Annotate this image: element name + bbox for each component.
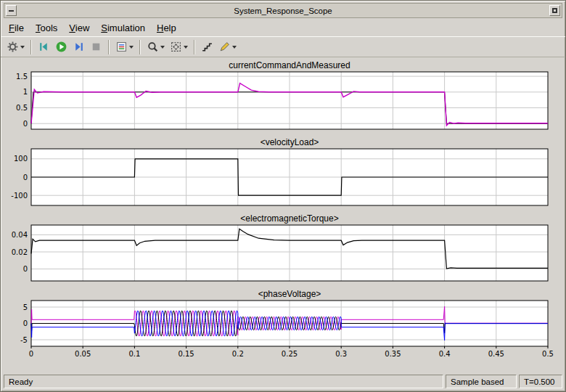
plot-panel: currentCommandAndMeasured 00.511.5 <velo… (1, 57, 565, 373)
toolbar-separator (30, 40, 32, 54)
menu-view[interactable]: View (63, 20, 95, 36)
status-sim-time: T=0.500 (519, 375, 562, 388)
svg-text:-5: -5 (20, 336, 28, 344)
svg-text:0.04: 0.04 (12, 231, 28, 239)
svg-text:0.02: 0.02 (12, 248, 28, 256)
step-back-icon (38, 41, 50, 53)
svg-text:0.3: 0.3 (335, 350, 347, 358)
svg-text:0: 0 (23, 120, 28, 128)
zoom-icon (147, 41, 159, 53)
menu-tools[interactable]: Tools (30, 20, 63, 36)
chart-title-current: currentCommandAndMeasured (31, 60, 548, 71)
stairs-signal-icon (201, 41, 213, 53)
svg-text:5: 5 (23, 303, 28, 311)
window-menu-button[interactable] (6, 5, 17, 16)
chevron-down-icon (129, 46, 134, 49)
chevron-down-icon (232, 46, 237, 49)
svg-text:1.5: 1.5 (16, 73, 28, 81)
zoom-button[interactable] (144, 38, 167, 55)
svg-text:0: 0 (23, 319, 28, 327)
chart-current-plot: 00.511.5 (7, 71, 549, 130)
window-title: System_Response_Scope (18, 7, 548, 15)
chart-torque-block: <electromagneticTorque> 00.020.04 (7, 213, 559, 282)
chevron-down-icon (184, 46, 188, 49)
chart-velocity-block: <velocityLoad> -1000100 (7, 137, 559, 206)
menu-help[interactable]: Help (151, 20, 182, 36)
toolbar-separator (108, 40, 110, 54)
toolbar-separator (139, 40, 141, 54)
signal-selector-button[interactable] (113, 38, 136, 55)
status-sample-mode: Sample based (446, 375, 517, 388)
svg-text:0.5: 0.5 (16, 104, 28, 112)
svg-text:0.4: 0.4 (439, 350, 451, 358)
chart-current-block: currentCommandAndMeasured 00.511.5 (7, 60, 559, 130)
chevron-down-icon (160, 46, 165, 49)
title-bar[interactable]: System_Response_Scope (4, 3, 562, 18)
chevron-down-icon (20, 46, 25, 49)
status-message: Ready (4, 375, 443, 388)
svg-text:0.1: 0.1 (128, 350, 140, 358)
svg-text:0.05: 0.05 (75, 350, 91, 358)
tool-bar (1, 36, 565, 57)
trigger-button[interactable] (216, 38, 239, 55)
toolbar-separator (194, 40, 195, 54)
maximize-button[interactable] (549, 5, 560, 16)
fit-to-view-icon (170, 41, 182, 53)
svg-text:0: 0 (23, 265, 28, 273)
gear-icon (7, 41, 19, 53)
svg-text:0: 0 (23, 173, 28, 181)
scope-window: System_Response_Scope File Tools View Si… (0, 0, 566, 392)
svg-text:0.35: 0.35 (385, 350, 401, 358)
window-menu-icon (9, 10, 14, 12)
pencil-icon (218, 41, 231, 53)
maximize-icon (552, 8, 557, 13)
chart-phase-voltage-plot: -50500.050.10.150.20.250.30.350.40.450.5 (7, 300, 549, 359)
signal-selector-icon (115, 41, 128, 53)
svg-text:0.5: 0.5 (542, 350, 554, 358)
parameters-button[interactable] (4, 38, 27, 55)
chart-title-velocity: <velocityLoad> (31, 137, 548, 148)
run-button[interactable] (53, 38, 70, 55)
svg-text:0: 0 (29, 350, 33, 358)
stop-icon (90, 41, 102, 53)
menu-bar: File Tools View Simulation Help (1, 18, 565, 36)
step-forward-button[interactable] (70, 38, 87, 55)
svg-text:1: 1 (23, 88, 28, 96)
menu-file[interactable]: File (3, 20, 30, 36)
chart-velocity-plot: -1000100 (7, 148, 549, 206)
chart-title-phase-voltage: <phaseVoltage> (31, 289, 548, 300)
svg-text:0.25: 0.25 (282, 350, 298, 358)
stop-button[interactable] (88, 38, 104, 55)
svg-text:-100: -100 (11, 192, 28, 200)
svg-text:0.2: 0.2 (232, 350, 244, 358)
chart-title-torque: <electromagneticTorque> (31, 213, 548, 224)
stairs-button[interactable] (199, 38, 216, 55)
svg-text:100: 100 (14, 155, 28, 163)
step-forward-icon (73, 41, 85, 53)
svg-text:0.15: 0.15 (178, 350, 194, 358)
step-back-button[interactable] (36, 38, 52, 55)
chart-torque-plot: 00.020.04 (7, 224, 549, 282)
run-icon (55, 41, 67, 53)
chart-phase-voltage-block: <phaseVoltage> -50500.050.10.150.20.250.… (7, 289, 559, 359)
fit-to-view-button[interactable] (168, 38, 190, 55)
menu-simulation[interactable]: Simulation (95, 20, 151, 36)
svg-text:0.45: 0.45 (488, 350, 504, 358)
status-bar: Ready Sample based T=0.500 (1, 373, 565, 391)
